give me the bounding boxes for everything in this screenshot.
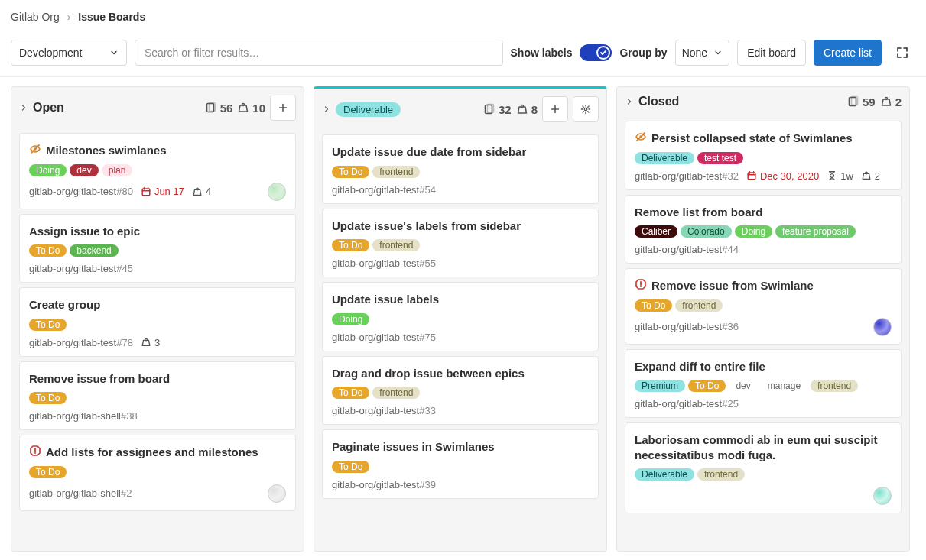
card-labels: Doing xyxy=(332,313,589,325)
issue-card[interactable]: Remove issue from SwimlaneTo Dofrontendg… xyxy=(625,268,902,345)
card-label[interactable]: To Do xyxy=(332,239,369,251)
column-body[interactable]: Update issue due date from sidebarTo Dof… xyxy=(314,130,606,551)
column-body[interactable]: Milestones swimlanesDoingdevplangitlab-o… xyxy=(11,128,304,551)
card-meta: gitlab-org/gitlab-test#55 xyxy=(332,257,589,269)
card-label[interactable]: dev xyxy=(729,380,757,392)
issue-card[interactable]: Remove issue from boardTo Dogitlab-org/g… xyxy=(19,361,296,431)
board-column-open: Open 56 10 Milestones swimlanesDoingdevp… xyxy=(11,86,304,552)
issues-icon xyxy=(847,95,859,108)
card-path: gitlab-org/gitlab-test xyxy=(29,337,116,348)
card-ref: #55 xyxy=(419,257,436,269)
card-label[interactable]: feature proposal xyxy=(775,225,856,238)
column-title: Closed xyxy=(638,95,679,108)
card-label[interactable]: Doing xyxy=(332,313,369,325)
show-labels-toggle[interactable] xyxy=(580,44,612,61)
card-labels: To Dofrontend xyxy=(332,387,589,399)
issue-card[interactable]: Add lists for assignees and milestonesTo… xyxy=(19,435,296,511)
card-label[interactable]: Premium xyxy=(635,380,685,392)
edit-board-button[interactable]: Edit board xyxy=(737,40,806,66)
issue-card[interactable]: Create groupTo Dogitlab-org/gitlab-test#… xyxy=(19,287,296,357)
add-issue-button[interactable] xyxy=(542,96,568,122)
card-title: Persist collapsed state of Swimlanes xyxy=(651,131,853,146)
group-by-selector[interactable]: None xyxy=(675,40,729,66)
issue-card[interactable]: Drag and drop issue between epicsTo Dofr… xyxy=(322,356,599,426)
board-selector[interactable]: Development xyxy=(11,40,127,66)
card-label[interactable]: Doing xyxy=(29,164,67,176)
card-label[interactable]: backend xyxy=(70,244,118,257)
blocked-icon xyxy=(29,445,41,457)
create-list-button[interactable]: Create list xyxy=(814,40,882,66)
assignee-avatar[interactable] xyxy=(268,484,286,503)
search-input[interactable] xyxy=(145,47,493,59)
card-title: Milestones swimlanes xyxy=(46,143,167,158)
card-label[interactable]: frontend xyxy=(811,380,858,392)
card-label[interactable]: To Do xyxy=(29,392,67,404)
card-label[interactable]: Caliber xyxy=(635,225,677,238)
card-label[interactable]: frontend xyxy=(372,166,420,178)
card-meta: gitlab-org/gitlab-test#54 xyxy=(332,184,589,196)
card-title: Update issue's labels from sidebar xyxy=(332,218,521,234)
issue-card[interactable]: Update issue labelsDoinggitlab-org/gitla… xyxy=(322,282,599,351)
fullscreen-button[interactable] xyxy=(889,40,915,66)
assignee-avatar[interactable] xyxy=(268,183,286,201)
column-title: Open xyxy=(33,101,64,115)
card-label[interactable]: dev xyxy=(70,164,98,176)
chevron-right-icon[interactable] xyxy=(625,97,634,106)
card-label[interactable]: plan xyxy=(102,164,133,176)
issue-card[interactable]: Persist collapsed state of SwimlanesDeli… xyxy=(625,121,902,190)
card-labels: To Do xyxy=(29,319,286,331)
card-label[interactable]: To Do xyxy=(688,380,726,392)
issue-card[interactable]: Milestones swimlanesDoingdevplangitlab-o… xyxy=(19,133,296,209)
add-issue-button[interactable] xyxy=(270,95,296,121)
card-path: gitlab-org/gitlab-shell xyxy=(29,487,121,499)
column-header: Open 56 10 xyxy=(11,87,304,128)
issue-card[interactable]: Paginate issues in SwimlanesTo Dogitlab-… xyxy=(322,429,599,499)
card-label[interactable]: frontend xyxy=(372,239,420,251)
card-weight: 2 xyxy=(861,170,880,182)
search-filter[interactable] xyxy=(135,40,503,66)
show-labels-text: Show labels xyxy=(511,47,573,59)
list-settings-button[interactable] xyxy=(573,96,599,122)
card-label[interactable]: frontend xyxy=(372,387,420,399)
card-label[interactable]: manage xyxy=(761,380,807,392)
card-labels: To Dofrontend xyxy=(635,299,892,312)
card-label[interactable]: To Do xyxy=(332,166,369,178)
issue-card[interactable]: Laboriosam commodi ab in eum qui suscipi… xyxy=(625,422,902,513)
issue-card[interactable]: Update issue due date from sidebarTo Dof… xyxy=(322,134,599,204)
card-label[interactable]: Deliverable xyxy=(635,468,694,481)
card-label[interactable]: test test xyxy=(697,152,743,164)
card-label[interactable]: Colorado xyxy=(681,225,732,238)
card-ref: #2 xyxy=(121,487,132,499)
issue-card[interactable]: Expand diff to entire filePremiumTo Dode… xyxy=(625,349,902,419)
card-label[interactable]: To Do xyxy=(29,319,67,331)
issue-card[interactable]: Assign issue to epicTo Dobackendgitlab-o… xyxy=(19,214,296,283)
weight-icon xyxy=(237,102,249,114)
show-labels-control: Show labels xyxy=(511,44,612,61)
assignee-avatar[interactable] xyxy=(873,318,892,336)
chevron-right-icon[interactable] xyxy=(322,105,331,114)
card-ref: #44 xyxy=(722,244,739,255)
chevron-right-icon[interactable] xyxy=(19,103,28,112)
card-labels: To Dofrontend xyxy=(332,239,589,251)
issue-card[interactable]: Remove list from boardCaliberColoradoDoi… xyxy=(625,195,902,264)
card-label[interactable]: Doing xyxy=(735,225,772,238)
board-column-closed: Closed 59 2 Persist collapsed state of S… xyxy=(616,86,910,552)
card-label[interactable]: To Do xyxy=(332,461,369,473)
card-ref: #45 xyxy=(116,263,133,274)
card-labels: To Dobackend xyxy=(29,244,286,257)
card-label[interactable]: frontend xyxy=(697,468,745,481)
breadcrumb-parent[interactable]: Gitlab Org xyxy=(11,11,60,23)
card-label[interactable]: Deliverable xyxy=(635,152,694,164)
card-label[interactable]: To Do xyxy=(29,466,67,478)
column-issue-count: 32 xyxy=(483,103,512,116)
card-title: Update issue due date from sidebar xyxy=(332,144,526,160)
issue-card[interactable]: Update issue's labels from sidebarTo Dof… xyxy=(322,209,599,278)
card-label[interactable]: frontend xyxy=(675,299,723,312)
card-label[interactable]: To Do xyxy=(332,387,369,399)
card-title: Remove issue from board xyxy=(29,371,170,387)
column-body[interactable]: Persist collapsed state of SwimlanesDeli… xyxy=(617,116,909,551)
assignee-avatar[interactable] xyxy=(873,487,892,505)
issues-icon xyxy=(483,103,495,115)
card-label[interactable]: To Do xyxy=(635,299,672,312)
card-label[interactable]: To Do xyxy=(29,244,67,257)
